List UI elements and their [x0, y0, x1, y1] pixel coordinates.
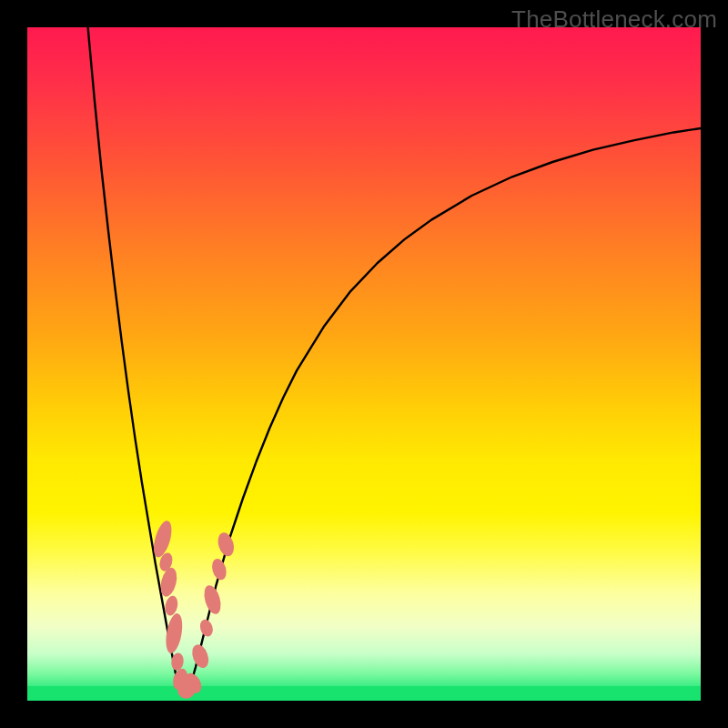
bead-marker-12 [210, 557, 229, 581]
bottleneck-curve [27, 27, 701, 701]
chart-frame: TheBottleneck.com [0, 0, 728, 728]
plot-area [27, 27, 701, 701]
bead-marker-4 [163, 612, 185, 655]
bead-marker-9 [189, 642, 211, 671]
curve-right-branch [189, 128, 701, 691]
curve-left-branch [88, 27, 176, 672]
bead-marker-13 [216, 531, 237, 558]
bead-marker-10 [198, 618, 216, 638]
watermark-text: TheBottleneck.com [511, 5, 717, 34]
bead-marker-11 [201, 583, 224, 616]
